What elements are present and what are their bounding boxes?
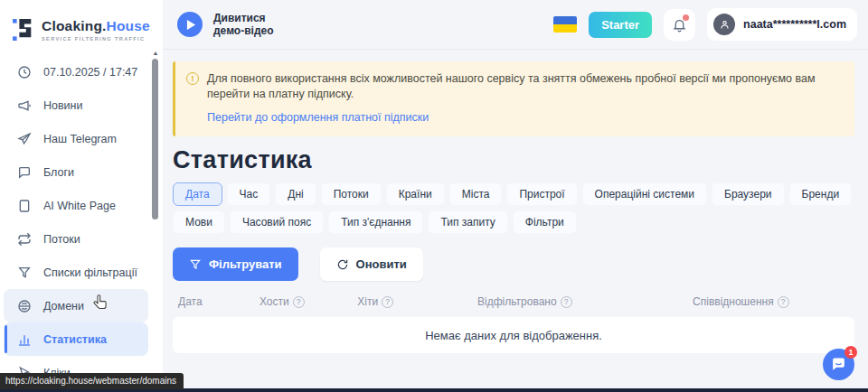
column-header-date: Дата — [173, 295, 235, 308]
tab-time[interactable]: Час — [227, 182, 271, 206]
brand-tagline: SERVICE FILTERING TRAFFIC — [42, 36, 150, 42]
demo-video-button[interactable]: Дивитися демо-відео — [177, 12, 274, 37]
tab-browsers[interactable]: Браузери — [712, 182, 785, 206]
sidebar-item-filter-lists[interactable]: Списки фільтрації — [4, 256, 148, 289]
sidebar-item-statistics[interactable]: Статистика — [4, 322, 148, 356]
sidebar-item-label: 07.10.2025 / 17:47 — [43, 66, 137, 79]
repeat-arrows-icon — [17, 232, 32, 247]
logo[interactable]: Cloaking.House SERVICE FILTERING TRAFFIC — [0, 0, 163, 50]
page-title: Статистика — [173, 146, 854, 174]
sidebar-item-label: AI White Page — [43, 200, 116, 212]
person-icon — [719, 19, 731, 31]
help-icon[interactable]: ? — [561, 296, 572, 308]
demo-video-label: Дивитися демо-відео — [213, 12, 274, 37]
user-menu[interactable]: naata**********l.com — [707, 8, 857, 41]
logo-icon — [13, 17, 34, 42]
plan-badge[interactable]: Starter — [589, 12, 652, 38]
help-icon[interactable]: ? — [382, 296, 393, 308]
tab-days[interactable]: Дні — [275, 182, 316, 206]
tab-brands[interactable]: Бренди — [789, 182, 853, 206]
column-header-filtered: Відфільтровано? — [422, 295, 627, 308]
trial-warning-banner: ! Для повного використання всіх можливос… — [173, 61, 854, 136]
globe-icon — [17, 299, 32, 313]
scroll-up-arrow[interactable]: ▲ — [151, 50, 160, 57]
bar-chart-icon — [17, 332, 32, 347]
chat-bubble-icon — [17, 165, 32, 180]
tab-date[interactable]: Дата — [173, 182, 222, 206]
column-header-ratio: Співвідношення? — [627, 295, 854, 308]
notification-dot — [683, 14, 689, 21]
sidebar-item-news[interactable]: Новини — [4, 89, 148, 122]
tab-request-type[interactable]: Тип запиту — [428, 210, 507, 234]
sidebar-item-label: Потоки — [43, 233, 80, 246]
subscription-link[interactable]: Перейти до оформлення платної підписки — [207, 110, 429, 126]
action-buttons: Фільтрувати Оновити — [173, 247, 854, 281]
tab-timezone[interactable]: Часовий пояс — [230, 210, 324, 234]
sidebar-item-ai-white-page[interactable]: AI White Page — [4, 189, 148, 222]
chat-unread-badge: 1 — [844, 346, 857, 359]
banner-message: Для повного використання всіх можливосте… — [207, 71, 842, 102]
paper-plane-icon — [17, 132, 32, 146]
tab-languages[interactable]: Мови — [173, 210, 225, 234]
tab-devices[interactable]: Пристрої — [506, 182, 577, 206]
browser-status-url: https://cloaking.house/webmaster/domains — [0, 373, 184, 389]
tab-countries[interactable]: Країни — [386, 182, 445, 206]
sidebar-item-streams[interactable]: Потоки — [4, 222, 148, 256]
document-icon — [17, 199, 32, 213]
scrollbar-thumb[interactable] — [152, 59, 158, 219]
column-header-hits: Хіти? — [329, 295, 422, 308]
support-chat-button[interactable]: 1 — [823, 349, 854, 380]
sidebar-scrollbar[interactable]: ▲ ▼ — [151, 50, 160, 387]
main-content: ! Для повного використання всіх можливос… — [163, 51, 868, 387]
tab-operating-systems[interactable]: Операційні системи — [582, 182, 707, 206]
tab-streams[interactable]: Потоки — [321, 182, 382, 206]
sidebar-item-label: Наш Telegram — [43, 133, 117, 145]
play-icon[interactable] — [177, 12, 203, 37]
sidebar-item-label: Списки фільтрації — [43, 266, 137, 279]
table-header: Дата Хости? Хіти? Відфільтровано? Співві… — [173, 295, 854, 308]
column-header-hosts: Хости? — [235, 295, 328, 308]
user-email: naata**********l.com — [743, 18, 846, 31]
sidebar-nav: 07.10.2025 / 17:47 Новини Наш Telegram Б… — [0, 50, 163, 389]
help-icon[interactable]: ? — [293, 296, 305, 308]
avatar — [713, 14, 735, 35]
sidebar-item-telegram[interactable]: Наш Telegram — [4, 122, 148, 155]
brand-name: Cloaking.House — [42, 18, 150, 34]
sidebar: Cloaking.House SERVICE FILTERING TRAFFIC… — [0, 0, 163, 392]
tab-cities[interactable]: Міста — [449, 182, 503, 206]
empty-state-row: Немає даних для відображення. — [173, 317, 854, 353]
sidebar-item-domains[interactable]: Домени — [4, 289, 148, 322]
tab-connection-type[interactable]: Тип з'єднання — [328, 210, 423, 234]
sidebar-item-label: Домени — [43, 300, 84, 313]
refresh-button[interactable]: Оновити — [320, 247, 423, 281]
topbar: Дивитися демо-відео Starter naata*******… — [163, 0, 868, 50]
help-icon[interactable]: ? — [778, 296, 789, 308]
stats-tabs: Дата Час Дні Потоки Країни Міста Пристро… — [173, 182, 854, 234]
notifications-button[interactable] — [664, 9, 695, 41]
warning-icon: ! — [186, 72, 199, 85]
sidebar-item-label: Новини — [43, 99, 83, 112]
language-flag-ukraine[interactable] — [553, 16, 577, 33]
sidebar-item-label: Блоги — [43, 166, 74, 179]
clock-icon — [17, 65, 32, 79]
megaphone-icon — [17, 98, 32, 113]
chat-widget-icon — [830, 356, 847, 373]
refresh-icon — [336, 258, 349, 271]
sidebar-item-blogs[interactable]: Блоги — [4, 155, 148, 189]
sidebar-item-datetime[interactable]: 07.10.2025 / 17:47 — [4, 55, 148, 89]
filter-button[interactable]: Фільтрувати — [173, 247, 298, 281]
funnel-icon — [17, 266, 32, 280]
sidebar-item-label: Статистика — [43, 333, 107, 346]
tab-filters[interactable]: Фільтри — [513, 210, 577, 234]
funnel-icon — [189, 258, 202, 271]
